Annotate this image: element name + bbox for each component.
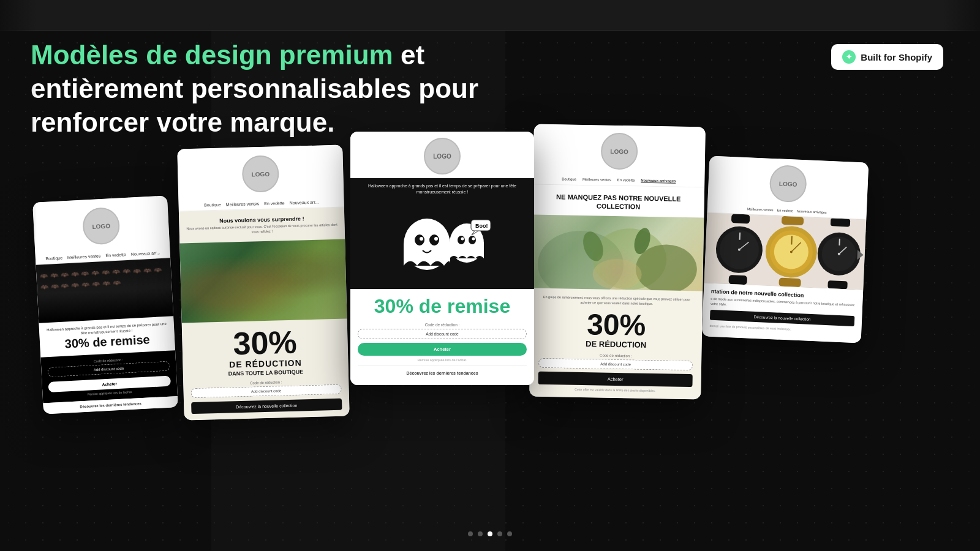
card-3-ghost-area: Boo!	[350, 200, 534, 289]
card-4-intro: En guise de remerciement, nous vous offr…	[540, 294, 694, 307]
card-3-remise-note: Remise appliquée lors de l'achat.	[358, 358, 527, 362]
svg-point-17	[592, 258, 642, 290]
card-5-nav-nouveaux[interactable]: Nouveaux arrivages	[797, 209, 827, 214]
card-4-pct: 30%	[539, 309, 694, 341]
card-2-logo-area: LOGO	[177, 145, 344, 201]
card-4-title: NE MANQUEZ PAS NOTRE NOUVELLE COLLECTION	[532, 185, 704, 217]
card-5-body: ntation de notre nouvelle collection s d…	[702, 283, 864, 343]
card-5-nav-meilleures[interactable]: Meilleures ventes	[747, 207, 774, 212]
card-4-de-reduction: DE RÉDUCTION	[539, 339, 693, 350]
card-4-buy-button[interactable]: Acheter	[538, 372, 692, 387]
card-5-image	[704, 212, 866, 290]
svg-rect-42	[827, 280, 848, 289]
card-watches: LOGO Meilleures ventes En vedette Nouvea…	[702, 156, 869, 343]
card-2-nav-vedette[interactable]: En vedette	[264, 201, 285, 206]
svg-point-9	[469, 236, 476, 244]
card-2-nav-boutique[interactable]: Boutique	[204, 203, 221, 208]
card-3-logo-area: LOGO	[350, 132, 534, 178]
card-3-code-input[interactable]: Add discount code	[358, 329, 527, 339]
svg-point-2	[415, 234, 424, 246]
shopify-icon: ✦	[842, 50, 856, 64]
svg-line-32	[791, 236, 792, 244]
svg-point-4	[420, 237, 423, 241]
card-3-code-label: Code de réduction :	[358, 323, 527, 327]
shopify-badge-label: Built for Shopify	[861, 52, 932, 62]
pagination-dot-4[interactable]	[497, 531, 502, 536]
card-1-nav-nouveaux[interactable]: Nouveaux arr...	[131, 250, 160, 256]
card-4-logo-area: LOGO	[533, 124, 706, 176]
card-3-buy-button[interactable]: Acheter	[358, 343, 527, 356]
card-1-nav-vedette[interactable]: En vedette	[105, 252, 126, 258]
svg-point-5	[434, 237, 438, 241]
card-ghost-halloween: LOGO Halloween approche à grands pas et …	[350, 132, 534, 385]
card-2-discover-button[interactable]: Découvrez la nouvelle collection	[191, 399, 342, 414]
card-2-nav-nouveaux[interactable]: Nouveaux arr...	[290, 200, 319, 205]
pagination-dot-2[interactable]	[478, 531, 483, 536]
card-1-logo-area: LOGO	[32, 195, 170, 253]
card-new-collection: LOGO Boutique Meilleures ventes En vedet…	[529, 124, 706, 400]
card-halloween-dark: LOGO Boutique Meilleures ventes En vedet…	[32, 195, 178, 414]
card-2-percent: 30%	[189, 325, 341, 361]
card-5-logo: LOGO	[769, 165, 807, 203]
svg-rect-26	[731, 214, 750, 223]
card-1-nav-boutique[interactable]: Boutique	[45, 256, 62, 261]
pagination-dot-3[interactable]	[488, 531, 492, 536]
card-5-discover-button[interactable]: Découvrez la nouvelle collection	[710, 310, 855, 326]
card-1-nav-meilleures[interactable]: Meilleures ventes	[67, 253, 101, 260]
card-1-discount-area: Code de réduction : Add discount code Ac…	[40, 350, 178, 403]
card-4-logo: LOGO	[601, 133, 638, 170]
card-2-body: 30% DE RÉDUCTION DANS TOUTE LA BOUTIQUE …	[182, 319, 350, 421]
svg-point-11	[472, 238, 475, 241]
watches-svg	[704, 212, 866, 290]
card-2-image	[179, 239, 347, 323]
card-5-nav-vedette[interactable]: En vedette	[777, 208, 793, 212]
card-4-nav-boutique[interactable]: Boutique	[562, 177, 576, 181]
cards-container: LOGO Boutique Meilleures ventes En vedet…	[0, 113, 980, 530]
pagination-dot-1[interactable]	[468, 531, 473, 536]
card-2-subheadline: Nous avons un cadeau surprise exclusif p…	[184, 223, 340, 236]
svg-line-24	[740, 233, 741, 240]
svg-rect-35	[778, 278, 801, 288]
svg-point-8	[458, 236, 465, 244]
card-5-logo-area: LOGO	[707, 156, 869, 209]
card-2-nav-meilleures[interactable]: Meilleures ventes	[226, 201, 260, 206]
card-4-image	[531, 214, 704, 291]
svg-rect-27	[728, 275, 747, 285]
card-2-header: Nous voulons vous surprendre ! Nous avon…	[179, 208, 345, 244]
card-3-logo: LOGO	[424, 138, 461, 174]
card-3-discover: Découvrez les dernières tendances	[358, 365, 527, 379]
svg-rect-41	[831, 218, 851, 227]
card-2-code-input[interactable]: Add discount code	[190, 384, 341, 398]
svg-point-10	[461, 238, 464, 241]
shopify-badge: ✦ Built for Shopify	[831, 44, 943, 70]
svg-point-3	[429, 234, 439, 246]
svg-text:Boo!: Boo!	[475, 223, 488, 229]
card-3-header: Halloween approche à grands pas et il es…	[350, 178, 534, 200]
card-3-pct-green: 30% de remise	[358, 295, 527, 318]
card-4-plants-svg	[531, 214, 704, 291]
svg-rect-34	[782, 216, 804, 226]
title-accent: Modèles de design premium	[31, 40, 393, 70]
card-1-bats-image	[36, 258, 173, 323]
card-3-headline: Halloween approche à grands pas et il es…	[356, 183, 528, 195]
pagination-dot-5[interactable]	[507, 531, 512, 536]
card-1-logo: LOGO	[82, 207, 121, 246]
card-4-nav-meilleures[interactable]: Meilleures ventes	[582, 178, 611, 182]
card-4-nav-vedette[interactable]: En vedette	[617, 178, 635, 182]
card-4-nav-nouveaux[interactable]: Nouveaux arrivages	[641, 179, 676, 183]
card-5-small-text: dressé une liste de produits susceptible…	[709, 324, 854, 334]
card-4-footer-note: Cette offre est valable dans la limite d…	[538, 387, 692, 393]
card-4-code-input[interactable]: Add discount code	[538, 358, 693, 370]
top-strip	[0, 0, 980, 31]
card-natural: LOGO Boutique Meilleures ventes En vedet…	[177, 145, 350, 421]
ghost-svg: Boo!	[387, 204, 497, 284]
card-2-logo: LOGO	[242, 155, 280, 193]
card-4-body: En guise de remerciement, nous vous offr…	[529, 288, 703, 399]
card-4-headline: NE MANQUEZ PAS NOTRE NOUVELLE COLLECTION	[540, 192, 696, 212]
pagination	[468, 531, 512, 536]
card-3-promo: 30% de remise Code de réduction : Add di…	[350, 289, 534, 385]
